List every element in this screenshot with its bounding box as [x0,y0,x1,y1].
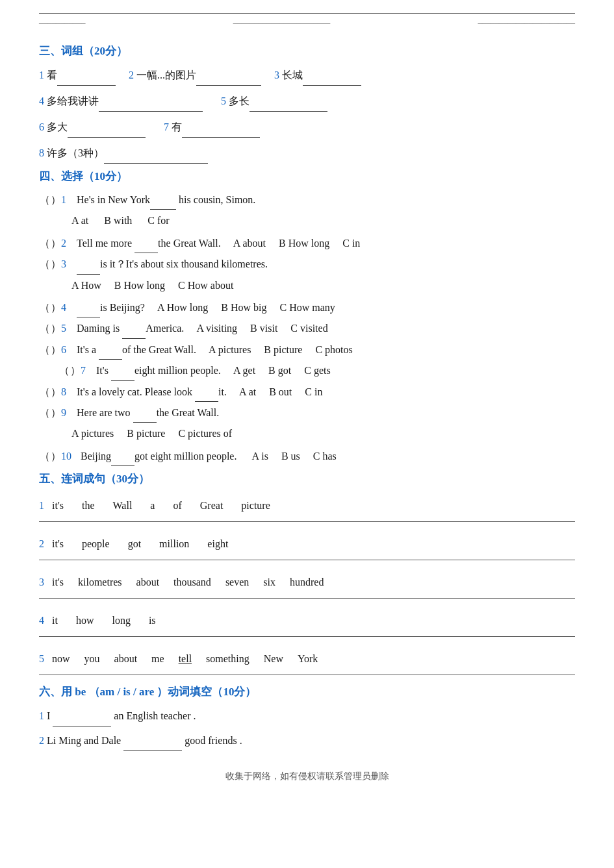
question-4-4: （ ） 4 is Beijing? A How long B How big C… [39,298,575,317]
top-lines: ___________ _______________________ ____… [39,13,575,25]
question-4-8: （ ） 8 It's a lovely cat. Please look it.… [39,382,575,402]
top-line-left: ___________ [39,15,86,25]
footer-note: 收集于网络，如有侵权请联系管理员删除 [39,771,575,782]
top-line-right: _______________________ [478,15,576,25]
section-five: 五、连词成句（30分） 1 it's the Wall a of Great p… [39,471,575,675]
section-six-title: 六、用 be （am / is / are ）动词填空（10分） [39,684,575,699]
question-4-2: （ ） 2 Tell me more the Great Wall. A abo… [39,234,575,253]
top-line-middle: _______________________ [233,15,331,25]
question-4-7: （ ） 7 It's eight million people. A get B… [39,361,575,380]
q1-options: A at B with C for [71,211,575,230]
section-five-row4: 4 it how long is [39,608,575,634]
section-five-title: 五、连词成句（30分） [39,471,575,486]
section-five-row5: 5 now you about me tell something New Yo… [39,646,575,672]
question-4-10: （ ） 10 Beijinggot eight million people. … [39,447,575,466]
section-five-row2: 2 it's people got million eight [39,531,575,557]
section-three-row1: 1 看 2 一幅...的图片 3 长城 [39,65,575,86]
section-three-row2: 4 多给我讲讲 5 多长 [39,91,575,112]
section-three-title: 三、词组（20分） [39,43,575,58]
section-five-row3: 3 it's kilometres about thousand seven s… [39,569,575,595]
section-five-line3 [39,598,575,599]
section-five-line1 [39,521,575,522]
question-4-9: （ ） 9 Here are two the Great Wall. [39,403,575,423]
q9-options: A pictures B picture C pictures of [71,424,575,443]
section-five-line2 [39,560,575,560]
section-three: 三、词组（20分） 1 看 2 一幅...的图片 3 长城 4 多给我讲讲 5 … [39,43,575,164]
section-six-fill2: 2 Li Ming and Dale good friends . [39,730,575,751]
q3-options: A How B How long C How about [71,276,575,295]
section-six-fill1: 1 I an English teacher . [39,706,575,726]
section-six: 六、用 be （am / is / are ）动词填空（10分） 1 I an … [39,684,575,751]
section-five-line5 [39,675,575,675]
question-4-3: （ ） 3 is it？It's about six thousand kilo… [39,254,575,274]
section-three-row3: 6 多大 7 有 [39,117,575,138]
question-4-6: （ ） 6 It's a of the Great Wall. A pictur… [39,340,575,360]
section-three-row4: 8 许多（3种） [39,143,575,164]
section-five-line4 [39,636,575,637]
question-4-1: （ ） 1 He's in New York his cousin, Simon… [39,190,575,210]
section-four: 四、选择（10分） （ ） 1 He's in New York his cou… [39,169,575,466]
section-four-title: 四、选择（10分） [39,169,575,184]
section-five-row1: 1 it's the Wall a of Great picture [39,493,575,519]
question-4-5: （ ） 5 Daming is America. A visiting B vi… [39,319,575,338]
